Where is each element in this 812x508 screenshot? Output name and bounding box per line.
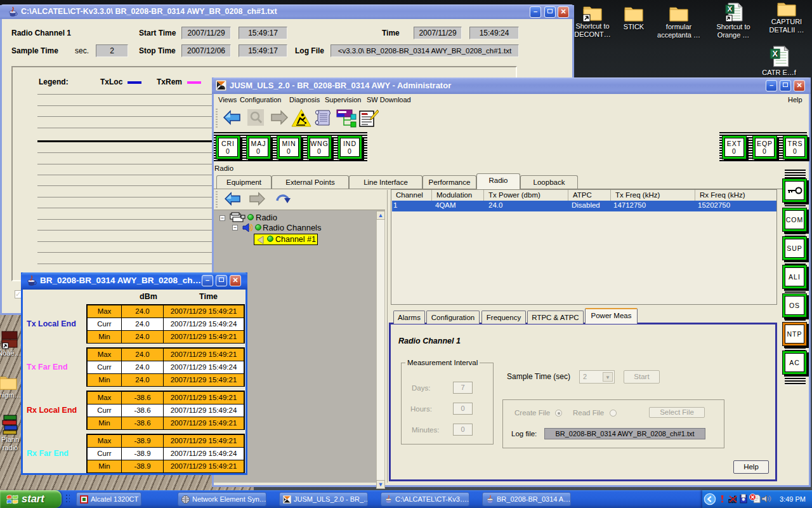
svg-text:X: X <box>728 5 733 13</box>
svg-text:X: X <box>772 50 778 58</box>
